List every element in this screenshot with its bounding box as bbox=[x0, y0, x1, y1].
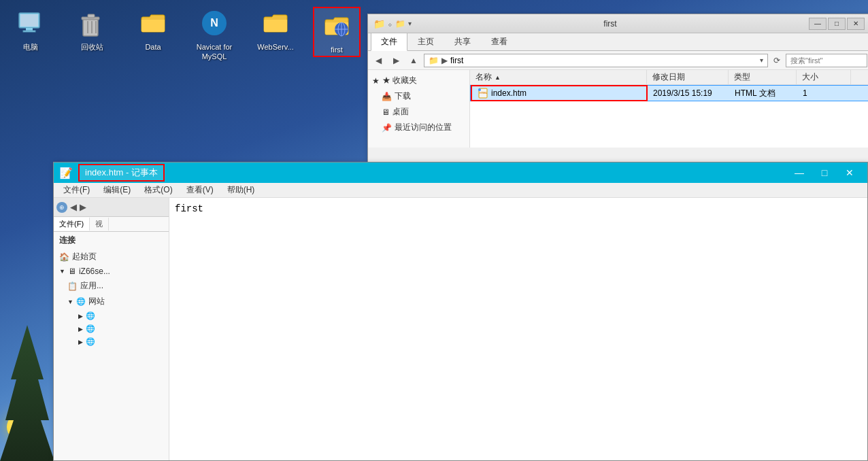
explorer-addressbar: ◀ ▶ ▲ 📁 ▶ first ▾ ⟳ bbox=[368, 51, 868, 70]
svg-point-18 bbox=[478, 88, 481, 91]
sidebar-recent[interactable]: 📌 最近访问的位置 bbox=[368, 120, 469, 135]
menu-edit[interactable]: 编辑(E) bbox=[97, 183, 137, 197]
sidebar-desktop[interactable]: 🖥 桌面 bbox=[368, 104, 469, 120]
recycle-icon-img bbox=[76, 7, 108, 39]
explorer-main: 名称 ▲ 修改日期 类型 大小 bbox=[470, 70, 868, 148]
file-date-cell: 2019/3/15 15:19 bbox=[648, 87, 729, 99]
expand-arrow: ▼ bbox=[59, 268, 65, 275]
search-input[interactable] bbox=[786, 54, 867, 67]
tree-home[interactable]: 🏠 起始页 bbox=[54, 249, 169, 264]
notepad-minimize-btn[interactable]: — bbox=[787, 163, 812, 182]
svg-rect-2 bbox=[26, 28, 33, 31]
tab-share[interactable]: 共享 bbox=[444, 33, 481, 50]
navicat-icon-img: N bbox=[198, 7, 231, 39]
tree-decoration bbox=[0, 325, 54, 461]
desktop: 电脑 回收站 bbox=[0, 0, 868, 461]
notepad-editor[interactable]: first bbox=[169, 198, 867, 460]
back-btn[interactable]: ◀ bbox=[371, 54, 386, 67]
forward-nav-btn[interactable]: ▶ bbox=[80, 202, 86, 212]
back-nav-btn[interactable]: ◀ bbox=[70, 202, 77, 212]
notepad-titlebar: 📝 index.htm - 记事本 — □ ✕ bbox=[54, 163, 867, 183]
explorer-titlebar: 📁 ⬦ 📁 ▾ first — □ ✕ bbox=[368, 14, 868, 33]
tab-view[interactable]: 查看 bbox=[481, 33, 518, 50]
file-name-cell: HTML index.htm bbox=[471, 85, 648, 101]
data-folder-img bbox=[137, 7, 169, 39]
address-dropdown-arrow[interactable]: ▾ bbox=[760, 56, 763, 64]
iis-icon-btn[interactable]: ⊕ bbox=[56, 202, 67, 213]
first-folder-icon[interactable]: first bbox=[313, 7, 361, 57]
explorer-minimize-btn[interactable]: — bbox=[809, 18, 827, 30]
star-icon: ★ bbox=[372, 76, 380, 86]
explorer-content: ★ ★ 收藏夹 📥 下载 🖥 桌面 📌 最近访问的位置 bbox=[368, 70, 868, 148]
svg-rect-3 bbox=[23, 31, 35, 32]
menu-file[interactable]: 文件(F) bbox=[56, 183, 97, 197]
navicat-label: Navicat for MySQL bbox=[190, 42, 238, 62]
tree-site-1[interactable]: ▶ 🌐 bbox=[54, 309, 169, 322]
notepad-menubar: 文件(F) 编辑(E) 格式(O) 查看(V) 帮助(H) bbox=[54, 183, 867, 198]
expand-arrow-4: ▶ bbox=[78, 326, 83, 332]
home-tree-icon: 🏠 bbox=[59, 252, 69, 262]
col-header-type[interactable]: 类型 bbox=[729, 70, 797, 84]
site1-icon: 🌐 bbox=[86, 311, 95, 320]
menu-view[interactable]: 查看(V) bbox=[180, 183, 220, 197]
tab-home[interactable]: 主页 bbox=[407, 33, 444, 50]
html-file-icon: HTML bbox=[478, 88, 488, 99]
computer-icon[interactable]: 电脑 bbox=[7, 7, 54, 52]
editor-content: first bbox=[175, 203, 203, 214]
data-folder-label: Data bbox=[145, 42, 161, 52]
tree-server[interactable]: ▼ 🖥 iZ66se... bbox=[54, 264, 169, 278]
expand-arrow-3: ▶ bbox=[78, 313, 83, 320]
notepad-left-panel: ⊕ ◀ ▶ 文件(F) 视 连接 🏠 起始页 ▼ 🖥 bbox=[54, 198, 169, 460]
file-type-cell: HTML 文档 bbox=[729, 86, 797, 101]
notepad-title-highlighted: index.htm - 记事本 bbox=[78, 164, 165, 182]
desktop-icons: 电脑 回收站 bbox=[7, 7, 361, 62]
menu-format[interactable]: 格式(O) bbox=[137, 183, 179, 197]
data-folder-icon[interactable]: Data bbox=[129, 7, 177, 52]
np-left-toolbar: ⊕ ◀ ▶ bbox=[54, 198, 169, 217]
first-folder-label: first bbox=[331, 45, 343, 54]
np-section-title: 连接 bbox=[54, 232, 169, 249]
up-btn[interactable]: ▲ bbox=[406, 54, 421, 67]
col-header-date[interactable]: 修改日期 bbox=[647, 70, 729, 84]
tree-app[interactable]: 📋 应用... bbox=[54, 278, 169, 294]
webserv-folder-icon[interactable]: WebServ... bbox=[252, 7, 299, 52]
expand-arrow-2: ▼ bbox=[67, 298, 73, 305]
notepad-win-controls: — □ ✕ bbox=[787, 163, 862, 182]
explorer-title: first bbox=[412, 19, 809, 29]
address-bar[interactable]: 📁 ▶ first ▾ bbox=[424, 54, 768, 67]
computer-icon-img bbox=[14, 7, 47, 39]
explorer-quick-access: ⬦ bbox=[388, 20, 393, 28]
refresh-btn[interactable]: ⟳ bbox=[771, 54, 783, 67]
np-tab-file[interactable]: 文件(F) bbox=[54, 218, 90, 230]
svg-text:HTML: HTML bbox=[480, 91, 488, 95]
favorites-section: ★ ★ 收藏夹 bbox=[368, 73, 469, 88]
download-icon: 📥 bbox=[382, 92, 392, 101]
col-header-size[interactable]: 大小 bbox=[797, 70, 851, 84]
tree-website[interactable]: ▼ 🌐 网站 bbox=[54, 294, 169, 309]
explorer-close-btn[interactable]: ✕ bbox=[847, 18, 865, 30]
navicat-icon[interactable]: N Navicat for MySQL bbox=[190, 7, 238, 62]
recycle-icon[interactable]: 回收站 bbox=[68, 7, 116, 52]
watermark: https://blog.csdn.net/qq_25542475 bbox=[746, 449, 861, 457]
notepad-close-btn[interactable]: ✕ bbox=[837, 163, 862, 182]
forward-btn[interactable]: ▶ bbox=[388, 54, 403, 67]
svg-rect-6 bbox=[88, 14, 95, 18]
tree-site-3[interactable]: ▶ 🌐 bbox=[54, 335, 169, 348]
tree-site-2[interactable]: ▶ 🌐 bbox=[54, 322, 169, 335]
col-header-name[interactable]: 名称 ▲ bbox=[470, 70, 647, 84]
desktop-icon-sidebar: 🖥 bbox=[382, 107, 390, 117]
explorer-tab-bar: 文件 主页 共享 查看 bbox=[368, 33, 868, 51]
file-row-index-htm[interactable]: HTML index.htm 2019/3/15 15:19 HTML 文档 1 bbox=[470, 85, 868, 101]
expand-arrow-5: ▶ bbox=[78, 339, 83, 345]
notepad-maximize-btn[interactable]: □ bbox=[812, 163, 837, 182]
explorer-maximize-btn[interactable]: □ bbox=[828, 18, 846, 30]
site2-icon: 🌐 bbox=[86, 324, 95, 333]
sidebar-download[interactable]: 📥 下载 bbox=[368, 88, 469, 104]
app-tree-icon: 📋 bbox=[67, 281, 78, 291]
np-tab-view[interactable]: 视 bbox=[90, 218, 109, 230]
tab-file[interactable]: 文件 bbox=[371, 33, 407, 51]
explorer-title-bar-icon: 📁 bbox=[395, 19, 405, 29]
recycle-label: 回收站 bbox=[81, 42, 103, 52]
notepad-body: ⊕ ◀ ▶ 文件(F) 视 连接 🏠 起始页 ▼ 🖥 bbox=[54, 198, 867, 460]
menu-help[interactable]: 帮助(H) bbox=[220, 183, 262, 197]
